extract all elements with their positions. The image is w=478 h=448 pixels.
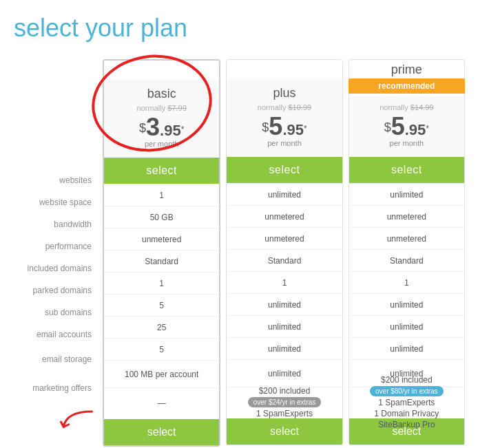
prime-marketing-offer: $200 included xyxy=(381,375,433,385)
prime-extras-badge: over $80/yr in extras xyxy=(370,386,444,396)
label-sub-domains: sub domains xyxy=(10,301,100,323)
red-arrow-annotation xyxy=(56,408,97,436)
plus-extra-item-1: 1 SpamExperts xyxy=(256,409,313,418)
label-email-storage: email storage xyxy=(10,345,100,373)
basic-websites: 1 xyxy=(104,184,219,206)
prime-original-price: $14.99 xyxy=(411,103,434,111)
prime-asterisk: * xyxy=(426,124,429,134)
prime-included-domains: 1 xyxy=(349,271,464,293)
prime-bandwidth: unmetered xyxy=(349,227,464,249)
prime-select-button-top[interactable]: select xyxy=(349,157,464,183)
plus-original-price: $10.99 xyxy=(288,103,311,111)
plus-select-button-bottom[interactable]: select xyxy=(227,418,342,445)
label-email-accounts: email accounts xyxy=(10,323,100,345)
plan-plus: plus normally $10.99 $5.95* per month se… xyxy=(226,59,342,445)
prime-price-whole: 5 xyxy=(391,112,405,140)
label-included-domains: included domains xyxy=(10,257,100,279)
basic-price-dec: .95 xyxy=(160,122,181,139)
plus-sub-domains: unlimited xyxy=(227,315,342,337)
prime-parked-domains: unlimited xyxy=(349,293,464,315)
basic-sub-domains: 25 xyxy=(104,316,219,338)
prime-top-label: prime xyxy=(391,63,422,76)
plus-header: plus normally $10.99 $5.95* per month xyxy=(227,79,342,157)
plus-email-accounts: unlimited xyxy=(227,337,342,359)
prime-dollar: $ xyxy=(384,120,391,134)
basic-original-price: $7.99 xyxy=(167,104,187,112)
basic-performance: Standard xyxy=(104,250,219,272)
arrow-wrapper: select xyxy=(104,419,219,445)
label-bandwidth: bandwidth xyxy=(10,213,100,235)
plus-price-dec: .95 xyxy=(282,121,304,138)
prime-marketing: $200 included over $80/yr in extras 1 Sp… xyxy=(349,387,464,417)
basic-price-whole: 3 xyxy=(146,113,160,141)
prime-sub-domains: unlimited xyxy=(349,315,464,337)
prime-website-space: unmetered xyxy=(349,205,464,227)
labels-column: websites website space bandwidth perform… xyxy=(10,59,100,403)
basic-normally: normally $7.99 xyxy=(110,104,214,112)
plus-included-domains: 1 xyxy=(227,271,342,293)
prime-extra-item-1: 1 SpamExperts xyxy=(378,398,435,407)
prime-websites: unlimited xyxy=(349,183,464,205)
basic-included-domains: 1 xyxy=(104,272,219,294)
label-parked-domains: parked domains xyxy=(10,279,100,301)
basic-email-accounts: 5 xyxy=(104,338,219,360)
prime-performance: Standard xyxy=(349,249,464,271)
basic-plan-name: basic xyxy=(110,87,214,101)
plus-plan-name: plus xyxy=(232,86,336,100)
recommended-badge: recommended xyxy=(349,78,465,94)
prime-price-dec: .95 xyxy=(405,121,426,138)
basic-select-button-top[interactable]: select xyxy=(104,158,219,184)
prime-per: per month xyxy=(355,139,459,147)
plus-extras-badge: over $24/yr in extras xyxy=(248,397,322,407)
plan-prime: prime recommended normally $14.99 $5.95*… xyxy=(349,59,465,445)
plus-normally: normally $10.99 xyxy=(232,103,336,111)
plus-parked-domains: unlimited xyxy=(227,293,342,315)
plus-bandwidth: unmetered xyxy=(227,227,342,249)
plus-price-whole: 5 xyxy=(269,112,282,140)
label-website-space: website space xyxy=(10,191,100,213)
label-performance: performance xyxy=(10,235,100,257)
basic-select-button-bottom[interactable]: select xyxy=(104,419,219,445)
plus-email-storage: unlimited xyxy=(227,359,342,387)
basic-per: per month xyxy=(110,140,214,148)
prime-email-accounts: unlimited xyxy=(349,337,464,359)
plan-basic: basic normally $7.99 $3.95* per month se… xyxy=(103,59,220,447)
plus-asterisk: * xyxy=(304,124,307,134)
plus-per: per month xyxy=(232,139,336,147)
plus-websites: unlimited xyxy=(227,183,342,205)
plus-dollar: $ xyxy=(262,120,269,134)
plus-marketing: $200 included over $24/yr in extras 1 Sp… xyxy=(227,387,342,417)
prime-normally: normally $14.99 xyxy=(355,103,459,111)
basic-bandwidth: unmetered xyxy=(104,228,219,250)
basic-header: basic normally $7.99 $3.95* per month xyxy=(104,80,219,158)
basic-website-space: 50 GB xyxy=(104,206,219,228)
plus-website-space: unmetered xyxy=(227,205,342,227)
plans-container: websites website space bandwidth perform… xyxy=(7,59,471,447)
basic-email-storage: 100 MB per account xyxy=(104,360,219,387)
basic-asterisk: * xyxy=(181,125,185,134)
page-title: select your plan xyxy=(7,14,471,43)
prime-header: normally $14.99 $5.95* per month xyxy=(349,96,464,157)
basic-marketing: — xyxy=(104,387,219,418)
label-marketing-offers: marketing offers xyxy=(10,373,100,403)
plus-select-button-top[interactable]: select xyxy=(227,157,342,183)
label-websites: websites xyxy=(10,169,100,191)
prime-extra-item-2: 1 Domain Privacy xyxy=(374,409,439,418)
basic-dollar: $ xyxy=(139,121,146,135)
plus-marketing-offer: $200 included xyxy=(259,386,311,396)
basic-parked-domains: 5 xyxy=(104,294,219,316)
plus-performance: Standard xyxy=(227,249,342,271)
